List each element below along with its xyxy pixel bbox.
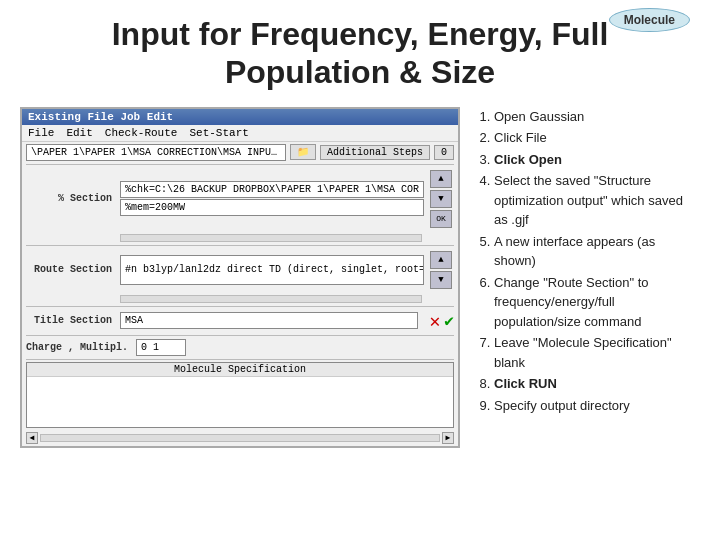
menu-file[interactable]: File xyxy=(28,127,54,139)
step-6: Change "Route Section" to frequency/ener… xyxy=(494,273,700,332)
percent-label: % Section xyxy=(26,193,116,204)
step-9: Specify output directory xyxy=(494,396,700,416)
route-side-btns: ▲ ▼ xyxy=(428,249,454,291)
sep2 xyxy=(26,245,454,246)
mol-spec-body xyxy=(27,377,453,427)
charge-row: Charge , Multipl. 0 1 xyxy=(22,337,458,358)
steps-area: Open Gaussian Click File Click Open Sele… xyxy=(476,107,700,418)
charge-label: Charge , Multipl. xyxy=(26,342,132,353)
route-scrollbar[interactable] xyxy=(120,295,422,303)
title-label: Title Section xyxy=(26,315,116,326)
bottom-scroll: ◀ ▶ xyxy=(22,430,458,446)
menu-check-route[interactable]: Check-Route xyxy=(105,127,178,139)
step-7: Leave "Molecule Specification" blank xyxy=(494,333,700,372)
percent-section-row: % Section %chk=C:\26 BACKUP DROPBOX\PAPE… xyxy=(22,166,458,232)
steps-list: Open Gaussian Click File Click Open Sele… xyxy=(476,107,700,416)
step-1: Open Gaussian xyxy=(494,107,700,127)
sep4 xyxy=(26,335,454,336)
filepath-input[interactable]: \PAPER 1\PAPER 1\MSA CORRECTION\MSA INPU… xyxy=(26,144,286,161)
title-value[interactable]: MSA xyxy=(120,312,418,329)
route-btn-2[interactable]: ▼ xyxy=(430,271,452,289)
step-5: A new interface appears (as shown) xyxy=(494,232,700,271)
scroll-left[interactable]: ◀ xyxy=(26,432,38,444)
route-scrollbar-row xyxy=(22,293,458,305)
step-8: Click RUN xyxy=(494,374,700,394)
percent-value1[interactable]: %chk=C:\26 BACKUP DROPBOX\PAPER 1\PAPER … xyxy=(120,181,424,198)
route-value[interactable]: #n b3lyp/lanl2dz direct TD (direct, sing… xyxy=(120,255,424,285)
percent-side-btns: ▲ ▼ OK xyxy=(428,168,454,230)
check-icon[interactable]: ✔ xyxy=(444,311,454,331)
step-num: 0 xyxy=(434,145,454,160)
scroll-right[interactable]: ▶ xyxy=(442,432,454,444)
title-section-row: Title Section MSA ✕ ✔ xyxy=(22,308,458,334)
step-3: Click Open xyxy=(494,150,700,170)
route-section-row: Route Section #n b3lyp/lanl2dz direct TD… xyxy=(22,247,458,293)
percent-scrollbar[interactable] xyxy=(120,234,422,242)
route-btn-1[interactable]: ▲ xyxy=(430,251,452,269)
browse-btn[interactable]: 📁 xyxy=(290,144,316,160)
percent-scrollbar-row xyxy=(22,232,458,244)
percent-value2[interactable]: %mem=200MW xyxy=(120,199,424,216)
side-btn-2[interactable]: ▼ xyxy=(430,190,452,208)
content-area: Existing File Job Edit File Edit Check-R… xyxy=(0,97,720,458)
step-2: Click File xyxy=(494,128,700,148)
menu-set-start[interactable]: Set-Start xyxy=(189,127,248,139)
molecule-badge: Molecule xyxy=(609,8,690,32)
mol-spec-area: Molecule Specification xyxy=(26,362,454,428)
additional-steps-btn[interactable]: Additional Steps xyxy=(320,145,430,160)
filepath-row: \PAPER 1\PAPER 1\MSA CORRECTION\MSA INPU… xyxy=(22,142,458,163)
step-4: Select the saved "Structure optimization… xyxy=(494,171,700,230)
main-title: Input for Frequency, Energy, Full Popula… xyxy=(20,15,700,92)
dialog-window: Existing File Job Edit File Edit Check-R… xyxy=(20,107,460,448)
sep5 xyxy=(26,359,454,360)
dialog-titlebar: Existing File Job Edit xyxy=(22,109,458,125)
sep3 xyxy=(26,306,454,307)
h-scrollbar[interactable] xyxy=(40,434,440,442)
cross-icon[interactable]: ✕ xyxy=(430,310,441,332)
sep1 xyxy=(26,164,454,165)
route-label: Route Section xyxy=(26,264,116,275)
dialog-menubar: File Edit Check-Route Set-Start xyxy=(22,125,458,142)
side-btn-ok[interactable]: OK xyxy=(430,210,452,228)
mol-spec-label: Molecule Specification xyxy=(27,363,453,377)
menu-edit[interactable]: Edit xyxy=(66,127,92,139)
header: Molecule Input for Frequency, Energy, Fu… xyxy=(0,0,720,97)
side-btn-1[interactable]: ▲ xyxy=(430,170,452,188)
charge-value[interactable]: 0 1 xyxy=(136,339,186,356)
